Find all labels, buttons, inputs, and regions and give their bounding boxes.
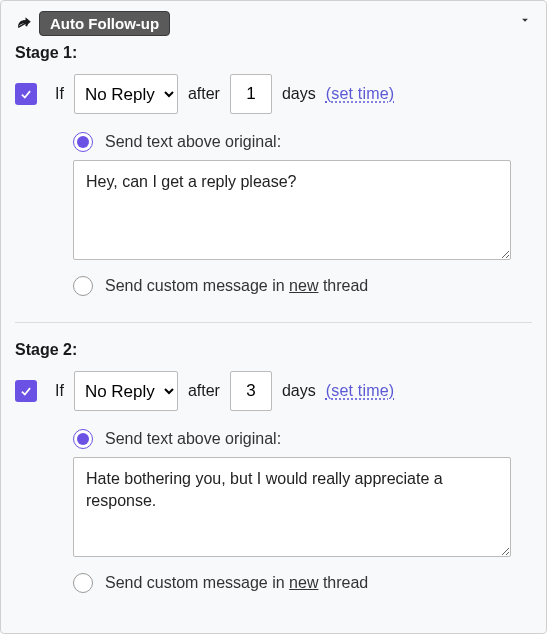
stage-2: Stage 2: If No Reply after days set time… [15,341,532,593]
stage-2-option-above-label: Send text above original: [105,430,281,448]
after-label: after [188,382,220,400]
stage-1-option-above-row: Send text above original: [73,132,532,152]
stage-2-radio-new[interactable] [73,573,93,593]
if-label: If [55,382,64,400]
stage-1-message-textarea[interactable]: Hey, can I get a reply please? [73,160,511,260]
stage-1: Stage 1: If No Reply after days set time… [15,44,532,296]
days-label: days [282,382,316,400]
stage-2-message-textarea[interactable]: Hate bothering you, but I would really a… [73,457,511,557]
stage-2-label: Stage 2: [15,341,532,359]
stage-2-radio-above[interactable] [73,429,93,449]
stage-2-option-new-row: Send custom message in new thread [73,573,532,593]
stage-1-enable-checkbox[interactable] [15,83,37,105]
stage-1-option-new-row: Send custom message in new thread [73,276,532,296]
stage-2-condition-select[interactable]: No Reply [74,371,178,411]
stage-2-days-input[interactable] [230,371,272,411]
share-icon [15,15,33,33]
auto-follow-up-title-badge: Auto Follow-up [39,11,170,36]
stage-1-option-above-label: Send text above original: [105,133,281,151]
stage-2-option-above-row: Send text above original: [73,429,532,449]
stage-2-set-time-link[interactable]: set time [326,382,395,400]
stage-1-condition-row: If No Reply after days set time [15,74,532,114]
stage-1-radio-above[interactable] [73,132,93,152]
stage-1-label: Stage 1: [15,44,532,62]
days-label: days [282,85,316,103]
stage-1-condition-select[interactable]: No Reply [74,74,178,114]
chevron-down-icon [518,13,532,31]
stage-1-option-new-label: Send custom message in new thread [105,277,368,295]
after-label: after [188,85,220,103]
stage-1-set-time-link[interactable]: set time [326,85,395,103]
stage-2-enable-checkbox[interactable] [15,380,37,402]
collapse-toggle[interactable] [516,13,534,31]
stage-divider [15,322,532,323]
stage-1-radio-new[interactable] [73,276,93,296]
stage-1-days-input[interactable] [230,74,272,114]
auto-follow-up-panel: Auto Follow-up Stage 1: If No Reply afte… [0,0,547,634]
panel-header: Auto Follow-up [15,11,532,36]
if-label: If [55,85,64,103]
stage-2-option-new-label: Send custom message in new thread [105,574,368,592]
stage-2-condition-row: If No Reply after days set time [15,371,532,411]
